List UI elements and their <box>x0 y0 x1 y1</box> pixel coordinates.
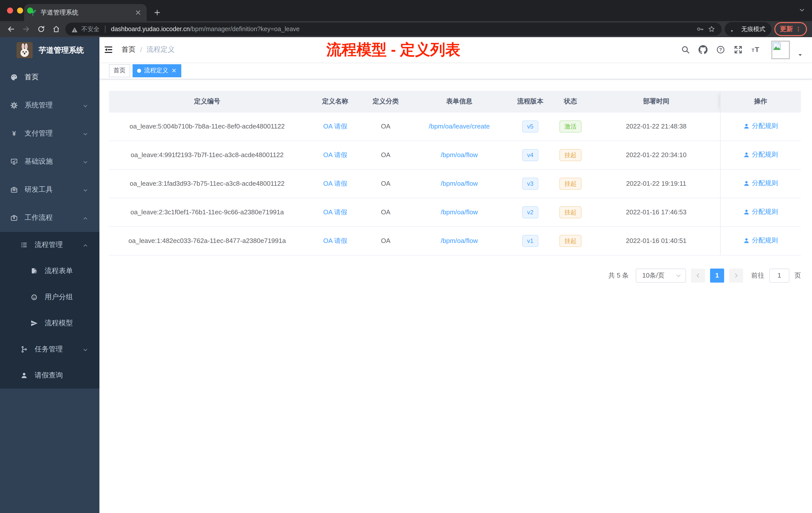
minimize-window-button[interactable] <box>17 7 23 13</box>
status-badge: 挂起 <box>559 177 581 189</box>
avatar[interactable] <box>771 40 790 59</box>
bookmark-star-icon[interactable] <box>707 25 716 33</box>
search-icon[interactable] <box>680 45 691 55</box>
definition-name-link[interactable]: OA 请假 <box>323 208 347 216</box>
forward-icon[interactable] <box>20 23 32 35</box>
sidebar-logo[interactable]: 芋道管理系统 <box>0 37 99 63</box>
svg-text:T: T <box>752 48 754 53</box>
svg-text:T: T <box>755 46 759 54</box>
page-number-button[interactable]: 1 <box>710 268 724 282</box>
page-size-select[interactable]: 10条/页 <box>636 268 686 282</box>
status-badge: 挂起 <box>559 206 581 218</box>
prev-page-button[interactable] <box>691 268 705 282</box>
form-info-link[interactable]: /bpm/oa/flow <box>441 208 477 216</box>
form-info-link[interactable]: /bpm/oa/leave/create <box>429 122 490 130</box>
definition-name-link[interactable]: OA 请假 <box>323 179 347 187</box>
cell-definition-category: OA <box>365 169 406 198</box>
sidebar-menu: 首页系统管理¥支付管理基础设施研发工具工作流程流程管理流程表单用户分组流程模型任… <box>0 63 99 389</box>
chevron-down-icon <box>82 102 88 109</box>
sidebar-collapse-icon[interactable] <box>99 37 117 62</box>
security-label[interactable]: 不安全 <box>81 25 99 33</box>
address-bar[interactable]: 不安全 dashboard.yudao.iocoder.cn/bpm/manag… <box>65 23 722 36</box>
cell-deploy-time: 2022-01-22 20:34:10 <box>592 141 720 169</box>
tree-icon <box>20 345 32 353</box>
sidebar-item-2[interactable]: ¥支付管理 <box>0 119 99 148</box>
goto-page-input[interactable] <box>769 268 789 282</box>
tag-label: 首页 <box>114 66 125 75</box>
sidebar-item-11[interactable]: 请假查询 <box>0 362 99 389</box>
cell-definition-id: oa_leave:5:004b710b-7b8a-11ec-8ef0-acde4… <box>109 112 305 141</box>
form-info-link[interactable]: /bpm/oa/flow <box>441 180 477 187</box>
page-title: 流程模型 - 定义列表 <box>326 39 460 61</box>
deploy-time-text: 2022-01-22 19:19:11 <box>626 180 687 187</box>
assign-rule-link[interactable]: 分配规则 <box>744 122 778 131</box>
not-secure-warning-icon <box>71 26 78 32</box>
sidebar-item-6[interactable]: 流程管理 <box>0 232 99 258</box>
page-size-value: 10条/页 <box>642 271 664 280</box>
home-icon[interactable] <box>50 23 62 35</box>
definition-name-link[interactable]: OA 请假 <box>323 237 347 244</box>
fullscreen-icon[interactable] <box>733 45 743 55</box>
table-row: oa_leave:2:3c1f0ef1-76b1-11ec-9c66-a2380… <box>109 198 801 227</box>
url-divider <box>105 26 106 33</box>
doc-edit-icon <box>30 267 42 275</box>
maximize-window-button[interactable] <box>27 7 33 13</box>
cell-operation: 分配规则 <box>720 198 801 227</box>
text-size-icon[interactable]: TT <box>751 45 761 55</box>
sidebar-item-1[interactable]: 系统管理 <box>0 91 99 119</box>
assign-rule-link[interactable]: 分配规则 <box>744 208 778 217</box>
browser-update-button[interactable]: 更新 <box>774 22 807 36</box>
chevron-down-icon <box>675 272 682 278</box>
sidebar-item-7[interactable]: 流程表单 <box>0 258 99 284</box>
sidebar: 芋道管理系统 首页系统管理¥支付管理基础设施研发工具工作流程流程管理流程表单用户… <box>0 37 99 513</box>
assign-rule-label: 分配规则 <box>752 179 778 188</box>
robot-icon <box>30 293 42 301</box>
assign-rule-link[interactable]: 分配规则 <box>744 179 778 188</box>
tag-1[interactable]: 流程定义 <box>133 64 181 77</box>
avatar-dropdown-caret-icon[interactable] <box>798 51 803 56</box>
table-row: oa_leave:3:1fad3d93-7b75-11ec-a3c8-acde4… <box>109 169 801 198</box>
definition-id-text: oa_leave:3:1fad3d93-7b75-11ec-a3c8-acde4… <box>130 180 285 187</box>
tab-title: 芋道管理系统 <box>41 8 135 17</box>
sidebar-item-4[interactable]: 研发工具 <box>0 176 99 204</box>
sidebar-item-0[interactable]: 首页 <box>0 63 99 91</box>
password-key-icon[interactable] <box>696 25 704 33</box>
deploy-time-text: 2022-01-16 17:46:53 <box>626 208 687 216</box>
cell-form-info: /bpm/oa/flow <box>406 227 512 255</box>
browser-toolbar: 不安全 dashboard.yudao.iocoder.cn/bpm/manag… <box>0 21 812 37</box>
cell-version: v4 <box>512 141 548 169</box>
tab-search-caret-icon[interactable] <box>799 6 805 12</box>
cell-status: 挂起 <box>548 141 592 169</box>
reload-icon[interactable] <box>35 23 47 35</box>
url-text[interactable]: dashboard.yudao.iocoder.cn/bpm/manager/d… <box>111 26 693 33</box>
person-icon <box>744 123 750 129</box>
navbar-action-icons: ?TT <box>680 45 761 55</box>
assign-rule-link[interactable]: 分配规则 <box>744 150 778 159</box>
sidebar-item-3[interactable]: 基础设施 <box>0 148 99 176</box>
tag-close-icon[interactable] <box>171 68 177 73</box>
briefcase-icon <box>10 214 22 222</box>
definition-name-link[interactable]: OA 请假 <box>323 122 347 130</box>
browser-tab[interactable]: 芋道管理系统 <box>24 4 147 21</box>
tag-0[interactable]: 首页 <box>109 64 130 77</box>
column-header-6: 部署时间 <box>592 91 720 112</box>
next-page-button[interactable] <box>729 268 743 282</box>
back-icon[interactable] <box>5 23 17 35</box>
definition-name-link[interactable]: OA 请假 <box>323 151 347 158</box>
sidebar-item-9[interactable]: 流程模型 <box>0 310 99 336</box>
sidebar-item-10[interactable]: 任务管理 <box>0 336 99 362</box>
breadcrumb-home-link[interactable]: 首页 <box>121 45 136 54</box>
github-icon[interactable] <box>698 45 708 55</box>
sidebar-item-8[interactable]: 用户分组 <box>0 284 99 310</box>
status-badge: 激活 <box>559 120 581 132</box>
new-tab-button[interactable] <box>151 6 164 19</box>
tab-close-icon[interactable] <box>135 9 142 16</box>
definition-category-text: OA <box>381 122 390 130</box>
kebab-menu-icon[interactable] <box>795 26 802 32</box>
close-window-button[interactable] <box>7 7 13 13</box>
form-info-link[interactable]: /bpm/oa/flow <box>441 151 477 159</box>
form-info-link[interactable]: /bpm/oa/flow <box>441 237 477 244</box>
question-icon[interactable]: ? <box>716 45 726 55</box>
sidebar-item-5[interactable]: 工作流程 <box>0 204 99 232</box>
assign-rule-link[interactable]: 分配规则 <box>744 236 778 245</box>
